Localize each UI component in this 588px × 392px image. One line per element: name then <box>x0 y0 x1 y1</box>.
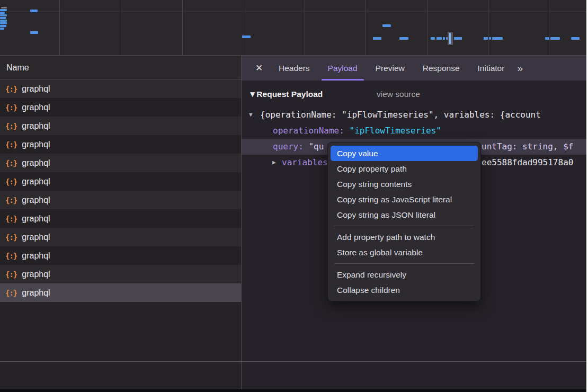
json-braces-icon: {:} <box>5 233 17 242</box>
request-row[interactable]: {:}graphql <box>0 228 241 246</box>
root-preview-text: {operationName: "ipFlowTimeseries", vari… <box>260 107 541 123</box>
request-row[interactable]: {:}graphql <box>0 209 241 228</box>
overview-gridline-vertical <box>366 0 366 56</box>
request-row[interactable]: {:}graphql <box>0 246 241 265</box>
overview-gridline-vertical <box>182 0 183 56</box>
requests-pane: Name {:}graphql{:}graphql{:}graphql{:}gr… <box>0 56 241 392</box>
overview-gridline-vertical <box>121 0 121 56</box>
request-row[interactable]: {:}graphql <box>0 79 241 98</box>
menu-item-copy-string-as-json-literal[interactable]: Copy string as JSON literal <box>328 207 480 222</box>
tree-row-root[interactable]: ▼ {operationName: "ipFlowTimeseries", va… <box>242 107 588 123</box>
request-timing-bar[interactable] <box>489 37 491 40</box>
bottom-divider <box>0 361 588 362</box>
network-overview-timeline[interactable] <box>0 0 588 56</box>
tree-row-operation-name[interactable]: operationName: "ipFlowTimeseries" <box>242 123 588 139</box>
request-timing-bar[interactable] <box>436 37 442 40</box>
request-timing-bar[interactable] <box>449 33 451 44</box>
section-expanded-arrow-icon: ▼ <box>248 90 256 99</box>
name-column-header[interactable]: Name <box>0 56 241 79</box>
request-timing-bar[interactable] <box>0 14 7 16</box>
request-name-label: graphql <box>22 84 50 94</box>
json-braces-icon: {:} <box>5 289 17 297</box>
request-row[interactable]: {:}graphql <box>0 117 241 135</box>
request-timing-bar[interactable] <box>0 12 5 14</box>
more-tabs-icon[interactable]: » <box>517 63 522 74</box>
request-timing-bar[interactable] <box>550 37 560 40</box>
overview-gridline-horizontal <box>0 12 588 12</box>
property-key: operationName: <box>273 126 344 136</box>
request-timing-bar[interactable] <box>443 37 445 40</box>
menu-item-copy-string-contents[interactable]: Copy string contents <box>328 176 480 192</box>
request-timing-bar[interactable] <box>545 37 549 40</box>
overview-gridline-vertical <box>488 0 488 56</box>
overview-gridline-vertical <box>244 0 244 56</box>
tab-headers[interactable]: Headers <box>271 56 317 81</box>
request-timing-bar[interactable] <box>399 37 408 40</box>
request-name-label: graphql <box>22 195 50 205</box>
request-row[interactable]: {:}graphql <box>0 172 241 191</box>
request-row[interactable]: {:}graphql <box>0 265 241 283</box>
overview-gridline-vertical <box>427 0 427 56</box>
request-name-label: graphql <box>22 288 50 298</box>
request-row[interactable]: {:}graphql <box>0 154 241 172</box>
chevron-right-icon[interactable]: ▶ <box>272 155 276 171</box>
chevron-down-icon[interactable]: ▼ <box>249 107 253 123</box>
overview-gridline-vertical <box>305 0 305 56</box>
request-timing-bar[interactable] <box>0 20 7 22</box>
property-key: query: <box>273 141 304 152</box>
menu-item-collapse-children[interactable]: Collapse children <box>328 282 480 298</box>
request-name-label: graphql <box>22 233 50 242</box>
json-braces-icon: {:} <box>5 85 17 93</box>
tab-preview[interactable]: Preview <box>368 56 412 81</box>
menu-item-copy-string-as-javascript-literal[interactable]: Copy string as JavaScript literal <box>328 192 480 207</box>
request-timing-bar[interactable] <box>0 22 7 24</box>
request-row[interactable]: {:}graphql <box>0 98 241 117</box>
request-name-label: graphql <box>22 121 50 131</box>
overview-gridline-vertical <box>549 0 549 56</box>
tab-initiator[interactable]: Initiator <box>470 56 512 81</box>
request-timing-bar[interactable] <box>382 24 391 27</box>
json-braces-icon: {:} <box>5 140 17 149</box>
request-row[interactable]: {:}graphql <box>0 191 241 209</box>
request-timing-bar[interactable] <box>431 37 435 40</box>
menu-item-add-property-path-to-watch[interactable]: Add property path to watch <box>328 229 480 245</box>
request-timing-bar[interactable] <box>492 37 503 40</box>
json-braces-icon: {:} <box>5 122 17 130</box>
view-source-link[interactable]: view source <box>377 87 420 102</box>
request-timing-bar[interactable] <box>0 25 6 27</box>
request-timing-bar[interactable] <box>373 37 381 40</box>
menu-item-copy-property-path[interactable]: Copy property path <box>328 161 480 176</box>
json-braces-icon: {:} <box>5 103 17 112</box>
request-timing-bar[interactable] <box>242 35 251 38</box>
menu-item-copy-value[interactable]: Copy value <box>331 146 478 161</box>
request-timing-bar[interactable] <box>0 17 6 19</box>
request-timing-bar[interactable] <box>454 37 462 40</box>
request-timing-bar[interactable] <box>1 7 7 8</box>
request-name-label: graphql <box>22 140 50 149</box>
menu-separator <box>334 263 474 264</box>
request-timing-bar[interactable] <box>484 37 488 40</box>
request-row[interactable]: {:}graphql <box>0 283 241 302</box>
request-name-label: graphql <box>22 270 50 279</box>
request-rows: {:}graphql{:}graphql{:}graphql{:}graphql… <box>0 79 241 302</box>
request-timing-bar[interactable] <box>571 37 580 40</box>
menu-item-expand-recursively[interactable]: Expand recursively <box>328 267 480 282</box>
request-name-label: graphql <box>22 177 50 186</box>
request-row[interactable]: {:}graphql <box>0 135 241 154</box>
tab-payload[interactable]: Payload <box>320 56 365 81</box>
section-title-text: Request Payload <box>256 90 323 99</box>
request-name-label: graphql <box>22 251 50 261</box>
close-icon[interactable]: ✕ <box>250 63 268 74</box>
request-payload-section-title[interactable]: ▼Request Payload <box>248 87 323 102</box>
request-timing-bar[interactable] <box>30 10 38 12</box>
property-value: "ipFlowTimeseries" <box>350 126 441 136</box>
json-braces-icon: {:} <box>5 196 17 204</box>
tab-response[interactable]: Response <box>415 56 467 81</box>
menu-item-store-as-global-variable[interactable]: Store as global variable <box>328 245 480 260</box>
request-timing-bar[interactable] <box>30 31 38 34</box>
overview-gridline-vertical <box>59 0 60 56</box>
request-timing-bar[interactable] <box>0 9 7 11</box>
query-value-fragment: untTag: string, $f <box>482 139 573 155</box>
variables-value-fragment: ee5588fdad995178a0 <box>482 155 573 171</box>
request-timing-bar[interactable] <box>0 28 4 30</box>
